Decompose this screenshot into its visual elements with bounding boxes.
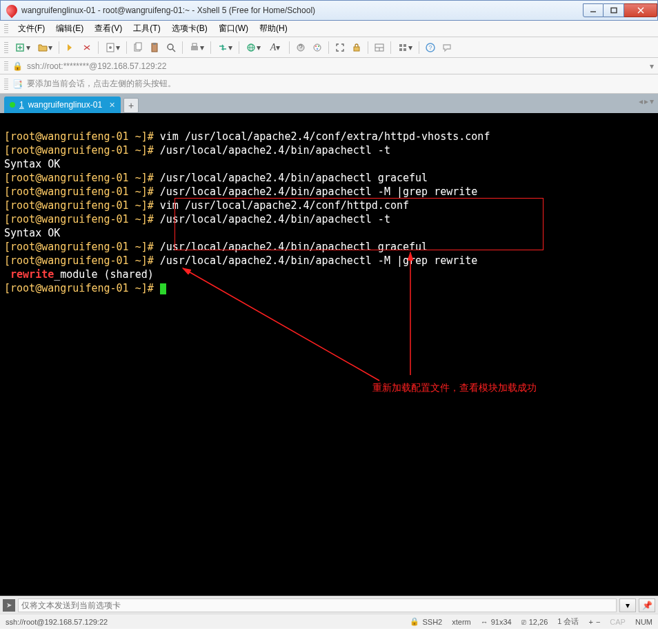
window-title: wangruifenglinux-01 - root@wangruifeng-0… — [21, 6, 583, 15]
prompt: [root@wangruifeng-01 ~]# — [4, 241, 160, 253]
print-button[interactable]: ▾ — [186, 40, 207, 55]
prompt: [root@wangruifeng-01 ~]# — [4, 185, 160, 198]
term-line: /usr/local/apache2.4/bin/apachectl grace… — [160, 172, 428, 184]
status-proto: SSH2 — [422, 618, 442, 626]
svg-rect-31 — [399, 48, 402, 51]
send-pin-button[interactable]: 📌 — [639, 598, 655, 612]
status-connection: ssh://root@192.168.57.129:22 — [6, 618, 108, 626]
term-line: Syntax OK — [4, 158, 60, 170]
status-bar: ssh://root@192.168.57.129:22 🔒SSH2 xterm… — [0, 614, 658, 629]
new-session-button[interactable]: ▾ — [12, 40, 33, 55]
hint-bar: 📑 要添加当前会话，点击左侧的箭头按钮。 — [0, 74, 658, 94]
transfer-button[interactable]: ▾ — [215, 40, 235, 55]
menu-tools[interactable]: 工具(T) — [128, 21, 166, 37]
cursor — [160, 283, 166, 294]
disconnect-button[interactable] — [79, 40, 94, 55]
color-button[interactable] — [310, 40, 325, 55]
term-highlight: rewrite — [4, 268, 54, 281]
copy-button[interactable] — [130, 40, 146, 55]
menu-edit[interactable]: 编辑(E) — [50, 21, 89, 37]
send-target-button[interactable]: ▾ — [619, 598, 636, 612]
tab-strip: 1 wangruifenglinux-01 ✕ + ◂ ▸ ▾ — [0, 94, 658, 113]
svg-text:?: ? — [428, 44, 432, 51]
status-pos: 12,26 — [529, 618, 548, 626]
pos-icon: ⎚ — [521, 618, 526, 626]
svg-point-24 — [317, 48, 318, 50]
term-line: vim /usr/local/apache2.4/conf/extra/http… — [160, 130, 490, 143]
term-line: _module (shared) — [54, 268, 154, 281]
terminal[interactable]: [root@wangruifeng-01 ~]# vim /usr/local/… — [0, 113, 658, 596]
menu-file[interactable]: 文件(F) — [12, 21, 50, 37]
prompt: [root@wangruifeng-01 ~]# — [4, 254, 160, 267]
menu-tabs[interactable]: 选项卡(B) — [166, 21, 213, 37]
term-line: /usr/local/apache2.4/bin/apachectl -M |g… — [160, 254, 478, 267]
tab-number: 1 — [19, 100, 24, 110]
fullscreen-button[interactable] — [332, 40, 348, 55]
help-button[interactable]: ? — [423, 40, 438, 55]
reconnect-button[interactable] — [63, 40, 78, 55]
address-bar: 🔒 ssh://root:********@192.168.57.129:22 … — [0, 58, 658, 74]
globe-button[interactable]: ▾ — [243, 40, 263, 55]
status-num: NUM — [635, 618, 652, 626]
minimize-button[interactable] — [583, 3, 604, 17]
chat-button[interactable] — [439, 40, 455, 55]
grip-icon — [4, 24, 8, 34]
svg-rect-29 — [399, 44, 402, 47]
annotation-text: 重新加载配置文件，查看模块加载成功 — [372, 381, 537, 394]
tab-next-icon[interactable]: ▸ — [644, 97, 648, 106]
maximize-button[interactable] — [604, 3, 624, 17]
term-line: /usr/local/apache2.4/bin/apachectl -t — [160, 213, 390, 225]
term-line: /usr/local/apache2.4/bin/apachectl -t — [160, 144, 390, 157]
tab-label: wangruifenglinux-01 — [28, 100, 102, 110]
status-cap: CAP — [610, 618, 626, 626]
status-sessions: 1 会话 — [557, 616, 579, 627]
status-size: 91x34 — [491, 618, 512, 626]
grip-icon — [4, 42, 8, 53]
svg-rect-16 — [192, 43, 197, 46]
new-tab-button[interactable]: + — [123, 98, 139, 113]
prompt: [root@wangruifeng-01 ~]# — [4, 282, 160, 294]
font-button[interactable]: A▾ — [265, 40, 286, 55]
flag-icon[interactable]: 📑 — [12, 79, 23, 89]
layout-button[interactable] — [372, 40, 387, 55]
prompt: [root@wangruifeng-01 ~]# — [4, 144, 160, 157]
lock-icon: 🔒 — [12, 61, 23, 71]
menu-help[interactable]: 帮助(H) — [254, 21, 293, 37]
lock-button[interactable] — [349, 40, 364, 55]
term-line: vim /usr/local/apache2.4/conf/httpd.conf — [160, 199, 409, 212]
send-bar: ➤ ▾ 📌 — [0, 596, 658, 614]
svg-rect-32 — [403, 48, 406, 51]
window-titlebar: wangruifenglinux-01 - root@wangruifeng-0… — [0, 0, 658, 21]
tab-close-icon[interactable]: ✕ — [109, 101, 115, 110]
menu-bar: 文件(F) 编辑(E) 查看(V) 工具(T) 选项卡(B) 窗口(W) 帮助(… — [0, 21, 658, 37]
close-button[interactable] — [624, 3, 657, 17]
menu-window[interactable]: 窗口(W) — [213, 21, 254, 37]
size-icon: ↔ — [481, 618, 488, 626]
paste-button[interactable] — [147, 40, 162, 55]
script-button[interactable] — [293, 40, 308, 55]
prompt: [root@wangruifeng-01 ~]# — [4, 130, 160, 143]
svg-rect-15 — [191, 46, 198, 50]
hint-text: 要添加当前会话，点击左侧的箭头按钮。 — [27, 78, 176, 90]
open-button[interactable]: ▾ — [34, 40, 55, 55]
minus-icon[interactable]: − — [596, 618, 600, 626]
find-button[interactable] — [163, 40, 179, 55]
send-handle-icon[interactable]: ➤ — [3, 599, 15, 612]
prompt: [root@wangruifeng-01 ~]# — [4, 213, 160, 225]
tab-menu-icon[interactable]: ▾ — [650, 97, 654, 106]
prompt: [root@wangruifeng-01 ~]# — [4, 199, 160, 212]
tab-prev-icon[interactable]: ◂ — [639, 97, 643, 106]
svg-rect-10 — [136, 43, 141, 50]
view-mode-button[interactable]: ▾ — [395, 40, 415, 55]
menu-view[interactable]: 查看(V) — [89, 21, 128, 37]
session-tab[interactable]: 1 wangruifenglinux-01 ✕ — [4, 97, 121, 113]
term-line: Syntax OK — [4, 227, 60, 239]
status-term: xterm — [452, 618, 471, 626]
chevron-down-icon[interactable]: ▾ — [650, 61, 654, 71]
send-input[interactable] — [18, 598, 617, 612]
properties-button[interactable]: ▾ — [102, 40, 123, 55]
grip-icon — [4, 61, 8, 71]
plus-icon[interactable]: + — [588, 618, 592, 626]
address-text[interactable]: ssh://root:********@192.168.57.129:22 — [27, 61, 646, 71]
svg-line-36 — [183, 268, 379, 381]
